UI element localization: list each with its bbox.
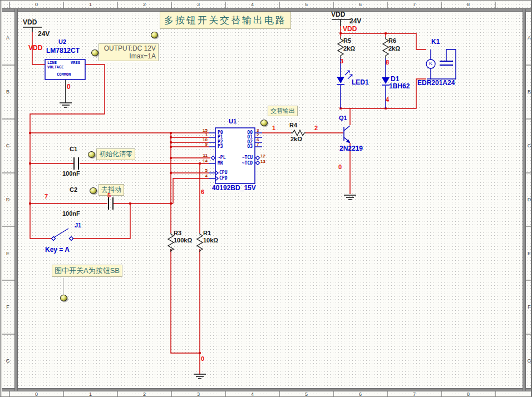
u1-pin-num-5: 5 [200, 168, 208, 173]
led1-ref: LED1 [352, 78, 369, 86]
u1-pin-num-2: 2 [257, 132, 259, 137]
u1-pin-name-tcd: ~TCD [228, 161, 253, 166]
u1-pin-num-1: 1 [200, 132, 208, 137]
r6-value: 2kΩ [388, 45, 400, 52]
net-label-2: 2 [314, 125, 318, 131]
r5-value: 2kΩ [343, 45, 355, 52]
vdd-voltage-right: 24V [349, 17, 361, 25]
r3-value: 100kΩ [174, 237, 192, 244]
output-note-line2: Imax=1A [101, 52, 156, 60]
u2-ref: U2 [58, 38, 66, 45]
u2-pin-common: COMMON [57, 72, 71, 77]
u1-pin-num-12: 12 [260, 153, 265, 158]
debounce-note[interactable]: 去抖动 [98, 184, 124, 196]
pushpin-icon[interactable] [88, 151, 95, 158]
net-label-vdd-left: VDD [28, 44, 42, 52]
q1-part: 2N2219 [339, 145, 363, 152]
vdd-flag-right: VDD [331, 11, 345, 18]
u2-pin-voltage: VOLTAGE [47, 65, 64, 70]
d1-symbol[interactable] [382, 77, 390, 85]
j1-value: Key = A [45, 246, 70, 254]
u1-pin-num-4: 4 [200, 173, 208, 178]
u1-pin-name-cpd: CPD [219, 176, 227, 181]
u1-ref: U1 [229, 118, 237, 125]
u1-pin-num-14: 14 [200, 158, 208, 163]
init-clear-note[interactable]: 初始化清零 [96, 148, 135, 160]
net-label-0-q1: 0 [338, 163, 342, 170]
r6-ref: R6 [388, 37, 396, 44]
pushpin-icon[interactable] [260, 120, 268, 126]
d1-ref: D1 [391, 75, 399, 83]
capacitor-plates[interactable] [74, 157, 113, 210]
c1-value: 100nF [62, 170, 80, 177]
u1-pin-name-cpu: CPU [219, 170, 227, 175]
led1-symbol[interactable] [337, 71, 352, 85]
pushpin-icon[interactable] [60, 295, 67, 301]
net-label-4: 4 [386, 96, 389, 103]
r1-value: 10kΩ [203, 237, 218, 244]
r4-value: 2kΩ [290, 136, 302, 142]
title-note[interactable]: 多按钮开关交替输出电路 [160, 12, 291, 29]
u1-pin-name-o3: O3 [228, 144, 253, 149]
net-label-3: 3 [340, 58, 343, 64]
net-label-0-bottom: 0 [201, 355, 204, 362]
c2-value: 100nF [62, 210, 80, 217]
u1-pin-name-tcu: ~TCU [228, 155, 253, 160]
u1-part: 40192BD_15V [212, 184, 256, 192]
k1-circle-letter: K [427, 61, 434, 66]
pushpin-icon[interactable] [91, 49, 98, 56]
k1-ref: K1 [431, 38, 440, 46]
u1-pin-name-o1: O1 [228, 135, 253, 140]
schematic-wiring [1, 1, 532, 397]
j1-symbol[interactable] [52, 229, 73, 241]
vdd-voltage-left: 24V [38, 30, 50, 38]
switch-note[interactable]: 图中开关A为按钮SB [52, 265, 122, 277]
net-label-7: 7 [45, 193, 48, 200]
net-label-6: 6 [201, 188, 204, 195]
u1-pin-num-9: 9 [200, 142, 208, 147]
r5-ref: R5 [343, 37, 351, 44]
u2-part: LM7812CT [46, 47, 80, 54]
u1-pin-name-mr: MR [218, 161, 223, 166]
c2-ref: C2 [70, 186, 77, 193]
u1-pin-name-p3: P3 [218, 144, 223, 149]
q1-symbol[interactable] [344, 126, 351, 143]
output-note-line1: OUTPUT:DC 12V [101, 44, 156, 52]
pushpin-icon[interactable] [90, 187, 97, 194]
u1-pin-num-11: 11 [200, 153, 208, 158]
k1-part: EDR201A24 [417, 79, 455, 87]
net-label-vdd-right: VDD [343, 25, 357, 33]
u1-pin-num-7: 7 [257, 142, 259, 147]
d1-part: 1BH62 [389, 82, 410, 90]
net-label-5: 5 [107, 192, 111, 198]
r3-ref: R3 [174, 230, 181, 236]
net-label-8: 8 [386, 59, 389, 66]
u1-pin-name-pl: ~PL [218, 155, 225, 160]
u2-pin-line: LINE [47, 61, 57, 65]
c1-ref: C1 [70, 146, 77, 152]
u1-pin-num-13: 13 [260, 159, 265, 164]
q1-ref: Q1 [339, 115, 347, 121]
schematic-canvas[interactable]: 0 1 2 3 4 5 6 7 8 0 1 2 3 4 5 6 7 8 A B … [0, 0, 532, 397]
net-label-1: 1 [272, 125, 275, 131]
j1-ref: J1 [75, 222, 81, 229]
vdd-flag-left: VDD [23, 18, 37, 26]
u1-pin-name-p1: P1 [218, 135, 223, 140]
r4-ref: R4 [289, 122, 297, 128]
u2-pin-vreg: VREG [71, 61, 80, 65]
pushpin-icon[interactable] [151, 32, 158, 38]
r1-ref: R1 [203, 230, 211, 236]
net-label-0-reg: 0 [67, 83, 71, 91]
junction-dots [29, 32, 387, 354]
alt-output-note[interactable]: 交替输出 [268, 106, 298, 116]
output-note[interactable]: OUTPUT:DC 12V Imax=1A [98, 43, 159, 61]
